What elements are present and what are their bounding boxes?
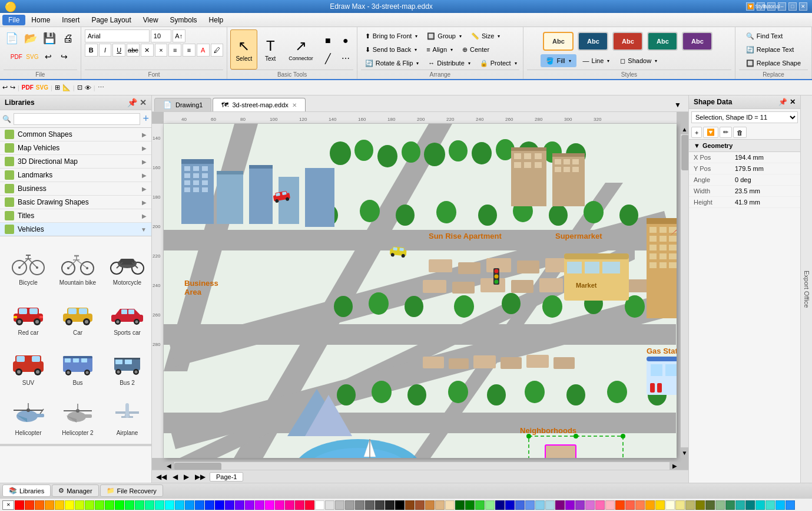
shadow-btn[interactable]: ◻ Shadow ▾ [616, 54, 661, 67]
undo-btn[interactable]: ↩ [41, 48, 55, 65]
no-color-btn[interactable]: ✕ [2, 500, 14, 510]
lib-item-bus[interactable]: Bus [54, 341, 101, 389]
toolbar2-zoom-fit[interactable]: ⊡ [77, 84, 82, 91]
library-add-btn[interactable]: + [142, 113, 149, 125]
send-to-back-btn[interactable]: ⬇ Send to Back▾ [361, 43, 421, 56]
menu-file[interactable]: File [2, 15, 25, 25]
color-swatch[interactable] [365, 500, 374, 510]
color-swatch[interactable] [465, 500, 475, 510]
color-swatch[interactable] [215, 500, 224, 510]
color-swatch[interactable] [425, 500, 435, 510]
color-swatch[interactable] [185, 500, 194, 510]
shape-circle-btn[interactable]: ● [337, 32, 354, 49]
cat-3d-directional-map[interactable]: 3D Directional Map ▶ [0, 155, 151, 169]
lib-item-helicopter2[interactable]: Helicopter 2 [54, 391, 101, 439]
color-swatch[interactable] [745, 500, 755, 510]
clear-format-btn[interactable]: ✕ [141, 44, 154, 57]
color-swatch[interactable] [485, 500, 495, 510]
color-swatch[interactable] [615, 500, 625, 510]
shape-edit-btn[interactable]: ✏ [720, 127, 732, 138]
lib-item-helicopter[interactable]: Helicopter [5, 391, 52, 439]
library-search-input[interactable] [14, 113, 140, 125]
color-swatch[interactable] [165, 500, 174, 510]
fill-btn[interactable]: 🪣 Fill ▾ [541, 54, 576, 67]
underline-btn[interactable]: U [112, 44, 125, 57]
page-first-btn[interactable]: ◀◀ [154, 473, 168, 481]
align-btn[interactable]: ≡ Align▾ [422, 43, 457, 56]
drawing-canvas[interactable]: Market [164, 124, 677, 458]
group-btn[interactable]: 🔲 Group▾ [423, 29, 466, 42]
subscript-btn[interactable]: × [155, 44, 168, 57]
color-swatch[interactable] [405, 500, 415, 510]
redo-btn[interactable]: ↪ [57, 48, 71, 65]
help-btn[interactable]: 🔽 [746, 2, 754, 11]
toolbar2-grid[interactable]: ⊞ [55, 84, 60, 91]
text-tool-btn[interactable]: T Text [258, 29, 282, 70]
tab-street-map[interactable]: 🗺 3d-street-map.eddx ✕ [213, 98, 305, 111]
save-btn[interactable]: 💾 [41, 29, 58, 47]
menu-symbols[interactable]: Symbols [164, 15, 203, 25]
highlight-btn[interactable]: 🖊 [211, 44, 224, 57]
toolbar2-pdf[interactable]: PDF [22, 84, 34, 91]
font-increase-btn[interactable]: A↑ [173, 29, 185, 42]
color-swatch[interactable] [455, 500, 465, 510]
libraries-pin-btn[interactable]: 📌 [127, 98, 137, 107]
color-swatch[interactable] [445, 500, 455, 510]
italic-btn[interactable]: I [99, 44, 112, 57]
cat-map-vehicles[interactable]: Map Vehicles ▶ [0, 141, 151, 155]
svg-btn[interactable]: SVG [25, 48, 39, 65]
color-swatch[interactable] [655, 500, 665, 510]
size-btn[interactable]: 📏 Size▾ [467, 29, 504, 42]
minimize-btn[interactable]: – [778, 2, 786, 11]
color-swatch[interactable] [175, 500, 184, 510]
hscrollbar[interactable]: ◀ ▶ [164, 461, 680, 470]
connector-tool-btn[interactable]: ↗ Connector [283, 29, 319, 70]
page-next-btn[interactable]: ▶ [182, 473, 191, 481]
color-swatch[interactable] [775, 500, 785, 510]
lib-item-motorcycle[interactable]: Motorcycle [104, 241, 151, 289]
menu-page-layout[interactable]: Page Layout [85, 15, 137, 25]
lib-item-sports-car[interactable]: Sports car [104, 291, 151, 339]
lib-item-red-car[interactable]: Red car [5, 291, 52, 339]
color-swatch[interactable] [665, 500, 675, 510]
color-swatch[interactable] [305, 500, 314, 510]
color-swatch[interactable] [595, 500, 605, 510]
color-swatch[interactable] [705, 500, 715, 510]
shape-selection-dropdown[interactable]: Selection, Shape ID = 11 [691, 111, 798, 123]
color-swatch[interactable] [685, 500, 695, 510]
menu-insert[interactable]: Insert [56, 15, 85, 25]
style-btn-5[interactable]: Abc [682, 32, 712, 51]
rotate-flip-btn[interactable]: 🔄 Rotate & Flip▾ [361, 57, 423, 70]
color-swatch[interactable] [575, 500, 585, 510]
color-swatch[interactable] [385, 500, 395, 510]
lib-item-car[interactable]: Car [54, 291, 101, 339]
color-swatch[interactable] [725, 500, 735, 510]
canvas-container[interactable]: 40 60 80 100 120 140 160 180 200 220 240… [152, 112, 688, 470]
color-swatch[interactable] [525, 500, 535, 510]
color-swatch[interactable] [395, 500, 405, 510]
cat-titles[interactable]: Titles ▶ [0, 209, 151, 223]
color-swatch[interactable] [255, 500, 264, 510]
style-btn-2[interactable]: Abc [578, 32, 608, 51]
color-swatch[interactable] [325, 500, 334, 510]
menu-view[interactable]: View [137, 15, 164, 25]
color-swatch[interactable] [45, 500, 54, 510]
toolbar2-view[interactable]: 👁 [85, 84, 91, 91]
color-swatch[interactable] [555, 500, 565, 510]
color-swatch[interactable] [495, 500, 505, 510]
color-swatch[interactable] [545, 500, 555, 510]
color-swatch[interactable] [605, 500, 615, 510]
color-swatch[interactable] [565, 500, 575, 510]
hscroll-thumb[interactable] [174, 463, 221, 470]
color-swatch[interactable] [235, 500, 244, 510]
color-swatch[interactable] [585, 500, 595, 510]
tab-file-recovery[interactable]: 📁 File Recovery [100, 484, 163, 497]
shape-delete-btn[interactable]: 🗑 [733, 127, 747, 138]
color-swatch[interactable] [195, 500, 204, 510]
lib-item-mountain-bike[interactable]: Mountain bike [54, 241, 101, 289]
color-swatch[interactable] [786, 500, 795, 510]
shape-more-btn[interactable]: ⋯ [337, 50, 354, 67]
replace-shape-btn[interactable]: 🔲 Replace Shape [742, 57, 805, 70]
replace-text-btn[interactable]: 🔄 Replace Text [742, 43, 805, 56]
page-prev-btn[interactable]: ◀ [171, 473, 180, 481]
